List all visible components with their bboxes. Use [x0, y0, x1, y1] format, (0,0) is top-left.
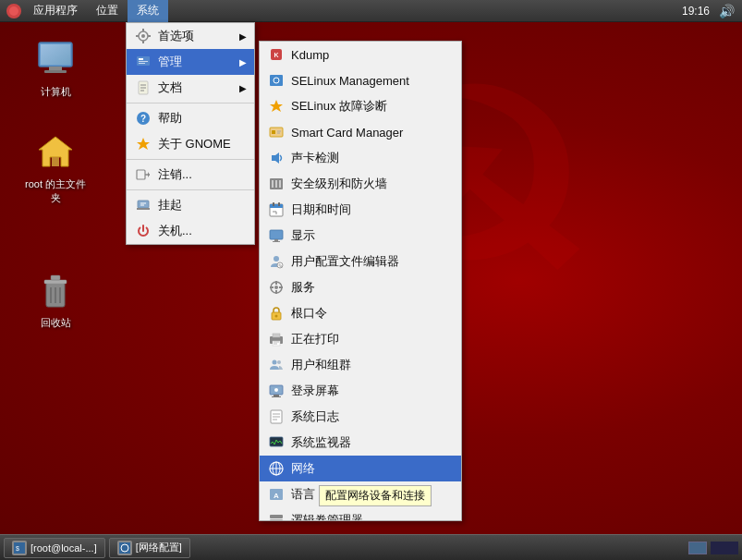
svg-rect-22: [139, 58, 143, 60]
svg-rect-3: [44, 70, 67, 73]
menu-item-docs[interactable]: 文档 ▶: [127, 75, 254, 101]
menu-item-selinux-diag[interactable]: SELinux 故障诊断: [260, 93, 461, 119]
svg-rect-68: [275, 290, 277, 294]
svg-point-14: [9, 6, 18, 16]
svg-rect-2: [49, 67, 62, 70]
logout-icon: [134, 165, 152, 184]
separator-2: [127, 159, 254, 160]
help-icon: ?: [134, 109, 152, 128]
svg-rect-8: [44, 280, 67, 284]
menu-item-smartcard[interactable]: Smart Card Manager: [260, 119, 461, 145]
netconfig-taskbar-icon: [117, 541, 132, 555]
svg-rect-60: [274, 239, 278, 241]
svg-marker-48: [272, 152, 279, 164]
separator-1: [127, 103, 254, 103]
shutdown-icon: [134, 222, 152, 240]
menu-item-kdump[interactable]: K Kdump: [260, 42, 461, 67]
desktop-icon-trash[interactable]: 回收站: [23, 268, 88, 330]
svg-rect-24: [139, 63, 145, 64]
svg-rect-74: [273, 334, 280, 337]
desktop: ☭ 计算机: [0, 0, 742, 560]
menu-item-screenlock[interactable]: 登录屏幕: [260, 378, 461, 404]
docs-icon: [134, 79, 152, 97]
svg-text:A: A: [274, 492, 279, 500]
manage-submenu-panel: K Kdump SELinux Management: [259, 41, 462, 521]
menu-item-network[interactable]: 网络: [260, 456, 461, 481]
menu-item-lvm[interactable]: 逻辑卷管理器: [260, 507, 461, 521]
svg-marker-43: [270, 100, 283, 112]
menu-item-sysmonitor[interactable]: 系统监视器: [260, 430, 461, 456]
svg-rect-61: [273, 241, 280, 242]
suspend-icon: [134, 196, 152, 214]
menu-item-selinux-mgmt[interactable]: SELinux Management: [260, 67, 461, 93]
taskbar-color-indicator: [711, 542, 738, 554]
menu-item-printing[interactable]: 正在打印: [260, 326, 461, 352]
desktop-icon-computer[interactable]: 计算机: [23, 37, 88, 99]
svg-rect-45: [272, 130, 275, 134]
menu-item-services[interactable]: 服务: [260, 274, 461, 300]
menubar-apps[interactable]: 应用程序: [24, 0, 87, 22]
menu-item-datetime[interactable]: 日期和时间: [260, 197, 461, 223]
svg-rect-35: [138, 201, 149, 208]
svg-rect-36: [137, 208, 150, 210]
services-icon: [267, 278, 286, 297]
svg-point-62: [274, 256, 279, 262]
computer-label: 计算机: [41, 85, 71, 99]
svg-rect-51: [275, 180, 277, 188]
computer-icon: [33, 37, 78, 81]
network-icon: [267, 459, 286, 478]
separator-3: [127, 189, 254, 190]
admin-arrow: ▶: [239, 57, 247, 67]
menubar: 应用程序 位置 系统 19:16 🔊: [0, 0, 742, 22]
menu-item-prefs[interactable]: 首选项 ▶: [127, 23, 254, 49]
svg-rect-18: [142, 41, 144, 43]
menu-item-help[interactable]: ? 帮助: [127, 105, 254, 131]
firewall-icon: [267, 175, 286, 193]
menu-item-display[interactable]: 显示: [260, 223, 461, 249]
menu-item-shutdown[interactable]: 关机...: [127, 218, 254, 244]
menu-item-logout[interactable]: 注销...: [127, 162, 254, 188]
desktop-icon-home[interactable]: root 的主文件夹: [23, 129, 88, 205]
screenlock-icon: [267, 382, 286, 400]
taskbar-item-netconfig[interactable]: [网络配置]: [109, 538, 190, 558]
svg-marker-34: [148, 172, 150, 177]
menu-item-usersgroups[interactable]: 用户和组群: [260, 352, 461, 378]
menu-item-syslog[interactable]: 系统日志: [260, 404, 461, 430]
home-label: root 的主文件夹: [23, 177, 88, 205]
selinux-mgmt-icon: [267, 71, 286, 90]
menubar-system[interactable]: 系统: [128, 0, 168, 22]
admin-icon: [134, 53, 152, 71]
network-tooltip: 配置网络设备和连接: [319, 485, 432, 506]
svg-marker-31: [137, 138, 150, 150]
about-icon: [134, 135, 152, 153]
userconfig-icon: ✎: [267, 252, 286, 271]
svg-point-79: [277, 360, 281, 364]
menu-item-about[interactable]: 关于 GNOME: [127, 131, 254, 157]
taskbar-lang-indicator: [688, 542, 707, 554]
svg-rect-59: [270, 230, 283, 239]
datetime-icon: [267, 201, 286, 219]
sound-icon[interactable]: 🔊: [719, 4, 742, 18]
menu-item-userconfig[interactable]: ✎ 用户配置文件编辑器: [260, 249, 461, 274]
menu-item-sound[interactable]: 声卡检测: [260, 145, 461, 171]
home-icon: [33, 129, 78, 174]
rootcmd-icon: [267, 304, 286, 323]
menu-item-admin[interactable]: 管理 ▶: [127, 49, 254, 75]
svg-rect-56: [278, 202, 280, 206]
usersgroups-icon: [267, 356, 286, 374]
menu-item-rootcmd[interactable]: 根口令: [260, 300, 461, 326]
terminal-icon: $: [12, 541, 27, 555]
menu-item-firewall[interactable]: 安全级别和防火墙: [260, 171, 461, 197]
taskbar-item-terminal[interactable]: $ [root@local-...]: [4, 538, 105, 558]
svg-rect-41: [270, 75, 283, 86]
taskbar-right: [688, 542, 742, 554]
syslog-icon: [267, 408, 286, 426]
manage-submenu: K Kdump SELinux Management: [259, 41, 462, 521]
display-icon: [267, 226, 286, 245]
sysmonitor-icon: [267, 433, 286, 452]
menu-item-suspend[interactable]: 挂起: [127, 192, 254, 218]
svg-text:?: ?: [140, 114, 146, 124]
menubar-places[interactable]: 位置: [87, 0, 128, 22]
svg-point-78: [273, 360, 277, 365]
svg-rect-32: [137, 170, 145, 179]
